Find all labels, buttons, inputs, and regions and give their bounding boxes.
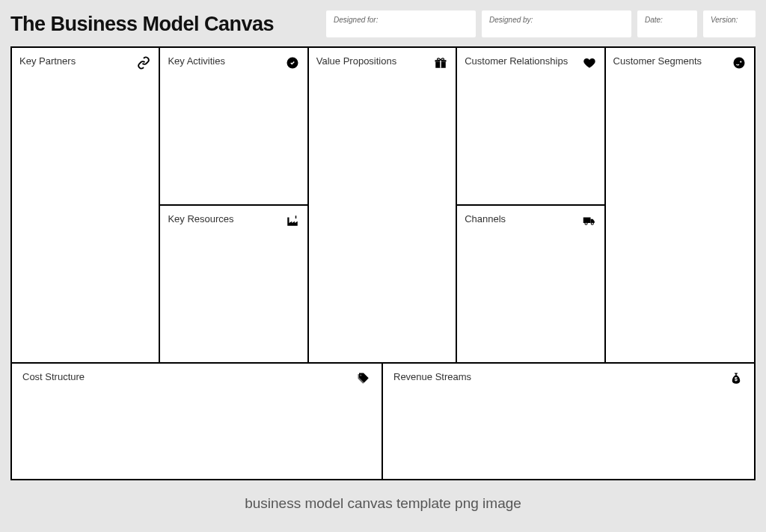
cell-key-resources[interactable]: Key Resources	[160, 206, 307, 362]
svg-rect-5	[583, 218, 590, 224]
svg-point-6	[585, 222, 587, 224]
truck-icon	[582, 213, 597, 228]
top-row: Key Partners Key Activities Key	[12, 48, 754, 362]
cell-customer-relationships[interactable]: Customer Relationships	[457, 48, 604, 206]
key-activities-label: Key Activities	[168, 55, 225, 67]
designed-by-field[interactable]: Designed by:	[482, 10, 631, 37]
page-title: The Business Model Canvas	[10, 13, 320, 36]
col-relationships-channels: Customer Relationships Channels	[457, 48, 605, 362]
svg-point-8	[733, 58, 744, 69]
date-field[interactable]: Date:	[637, 10, 697, 37]
cell-customer-segments[interactable]: Customer Segments	[606, 48, 754, 362]
cell-value-propositions[interactable]: Value Propositions	[309, 48, 456, 362]
cell-revenue-streams[interactable]: Revenue Streams $	[383, 364, 754, 479]
cost-structure-label: Cost Structure	[22, 371, 85, 382]
col-key-partners: Key Partners	[12, 48, 160, 362]
svg-rect-4	[440, 60, 441, 68]
col-activities-resources: Key Activities Key Resources	[160, 48, 308, 362]
svg-text:$: $	[735, 376, 738, 382]
svg-rect-1	[295, 215, 297, 218]
money-bag-icon: $	[729, 371, 744, 386]
col-value-propositions: Value Propositions	[309, 48, 457, 362]
price-tag-icon	[356, 371, 371, 386]
factory-icon	[285, 213, 300, 228]
image-caption: business model canvas template png image	[0, 495, 766, 512]
col-customer-segments: Customer Segments	[606, 48, 754, 362]
header: The Business Model Canvas Designed for: …	[0, 0, 766, 43]
cell-key-activities[interactable]: Key Activities	[160, 48, 307, 206]
checkmark-circle-icon	[285, 55, 300, 70]
cell-cost-structure[interactable]: Cost Structure	[12, 364, 383, 479]
link-icon	[136, 55, 151, 70]
value-propositions-label: Value Propositions	[316, 55, 396, 67]
customer-segments-label: Customer Segments	[613, 55, 702, 67]
revenue-streams-label: Revenue Streams	[393, 371, 471, 382]
svg-point-7	[591, 222, 593, 224]
heart-icon	[582, 55, 597, 70]
bottom-row: Cost Structure Revenue Streams $	[12, 362, 754, 479]
canvas-grid: Key Partners Key Activities Key	[10, 46, 756, 480]
customer-relationships-label: Customer Relationships	[465, 55, 568, 67]
cell-key-partners[interactable]: Key Partners	[12, 48, 159, 362]
key-partners-label: Key Partners	[19, 55, 76, 67]
gift-icon	[433, 55, 448, 70]
channels-label: Channels	[465, 213, 506, 224]
designed-for-field[interactable]: Designed for:	[326, 10, 476, 37]
version-field[interactable]: Version:	[703, 10, 756, 37]
person-icon	[732, 55, 747, 70]
key-resources-label: Key Resources	[168, 213, 233, 224]
svg-point-9	[740, 61, 741, 62]
cell-channels[interactable]: Channels	[457, 206, 604, 362]
